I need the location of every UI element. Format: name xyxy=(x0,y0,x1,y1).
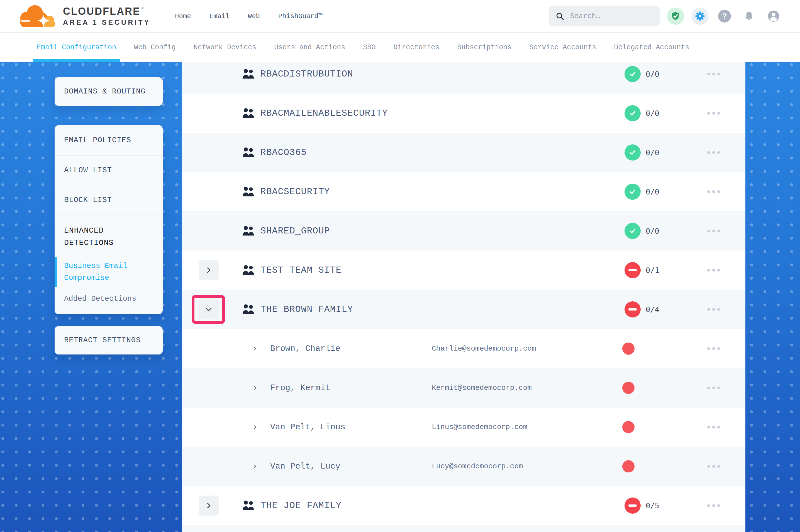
minus-icon xyxy=(629,505,637,507)
tab[interactable]: SSO xyxy=(359,33,379,62)
group-row: RBACO365 0/0 xyxy=(182,133,745,172)
group-row: THE JOE FAMILY 0/5 xyxy=(182,486,745,525)
sidebar-item-block-list[interactable]: BLOCK LIST xyxy=(55,185,163,214)
search-box[interactable] xyxy=(549,6,660,26)
group-name: RBACO365 xyxy=(260,148,307,158)
member-name: Van Pelt, Linus xyxy=(270,422,345,432)
notifications-bell-icon[interactable] xyxy=(740,7,758,25)
row-actions-menu[interactable] xyxy=(705,227,723,235)
tab[interactable]: Delegated Accounts xyxy=(610,33,693,62)
check-icon xyxy=(628,109,637,118)
member-count: 0/0 xyxy=(646,109,659,118)
tab[interactable]: Service Accounts xyxy=(525,33,600,62)
row-actions-menu[interactable] xyxy=(705,188,723,196)
member-count: 0/0 xyxy=(646,70,659,78)
member-row: Van Pelt, Linus Linus@somedemocorp.com xyxy=(182,407,745,446)
group-people-icon xyxy=(241,264,255,276)
search-input[interactable] xyxy=(570,12,645,20)
sidebar-item-business-email-compromise[interactable]: Business Email Compromise xyxy=(55,258,132,287)
row-actions-menu[interactable] xyxy=(705,148,723,157)
member-name: Frog, Kermit xyxy=(270,383,330,393)
status-dot xyxy=(622,382,635,394)
group-name: SHARED_GROUP xyxy=(260,226,330,236)
sidebar-item-added-detections[interactable]: Added Detections xyxy=(64,294,153,303)
row-actions-menu[interactable] xyxy=(705,344,723,353)
member-name: Van Pelt, Lucy xyxy=(270,462,340,471)
nav-link[interactable]: Email xyxy=(210,13,230,20)
status-dot xyxy=(622,343,635,355)
groups-table-panel: RBACDISTRUBUTION 0/0 RBACMAILENABLESECUR… xyxy=(182,62,745,532)
group-people-icon xyxy=(241,225,255,237)
tab[interactable]: Network Devices xyxy=(190,33,260,62)
sidebar-item-retract-settings[interactable]: RETRACT SETTINGS xyxy=(64,336,141,344)
tab[interactable]: Subscriptions xyxy=(453,33,515,62)
group-row: RBACSECURITY 0/0 xyxy=(182,172,745,211)
status-badge xyxy=(624,105,641,121)
status-dot xyxy=(622,460,635,473)
group-name: RBACSECURITY xyxy=(260,187,330,197)
cloudflare-logo: CLOUDFLARE ® AREA 1 SECURITY xyxy=(16,3,150,30)
sidebar-item-domains-routing[interactable]: DOMAINS & ROUTING xyxy=(64,88,145,96)
sidebar-card-retract-settings[interactable]: RETRACT SETTINGS xyxy=(55,326,163,355)
chevron-right-icon[interactable] xyxy=(252,345,258,352)
member-count: 0/0 xyxy=(646,227,659,235)
member-name: Brown, Charlie xyxy=(270,344,340,354)
sidebar-item-allow-list[interactable]: ALLOW LIST xyxy=(55,155,163,185)
group-people-icon xyxy=(241,303,255,316)
sidebar-card-email-policies: EMAIL POLICIES ALLOW LIST BLOCK LIST ENH… xyxy=(55,125,163,314)
header-right-cluster: ? xyxy=(549,6,782,26)
search-icon xyxy=(556,12,564,21)
tab[interactable]: Email Configuration xyxy=(33,33,120,62)
settings-gear-icon[interactable] xyxy=(691,7,709,25)
expand-toggle-button[interactable] xyxy=(199,260,219,280)
click-target-highlight xyxy=(192,295,225,324)
status-badge xyxy=(624,145,641,160)
row-actions-menu[interactable] xyxy=(705,70,723,78)
member-count: 0/1 xyxy=(646,266,659,274)
tab[interactable]: Users and Actions xyxy=(270,33,349,62)
group-name: TEST TEAM SITE xyxy=(260,265,342,276)
help-icon[interactable]: ? xyxy=(716,7,733,25)
enhanced-detections-heading: ENHANCED DETECTIONS xyxy=(64,225,120,249)
chevron-right-icon[interactable] xyxy=(252,384,258,391)
check-icon xyxy=(628,187,637,196)
account-icon[interactable] xyxy=(765,7,782,25)
sidebar-card-domains-routing[interactable]: DOMAINS & ROUTING xyxy=(55,77,163,106)
status-badge xyxy=(624,66,641,82)
chevron-right-icon[interactable] xyxy=(252,463,258,470)
member-count: 0/4 xyxy=(646,305,659,314)
member-email: Lucy@somedemocorp.com xyxy=(432,462,523,471)
group-row: RBACMAILENABLESECURITY 0/0 xyxy=(182,94,745,133)
minus-icon xyxy=(629,269,637,271)
group-people-icon xyxy=(241,107,255,119)
row-actions-menu[interactable] xyxy=(705,423,723,431)
status-dot xyxy=(622,421,635,433)
nav-link[interactable]: PhishGuard™ xyxy=(278,13,322,20)
nav-link[interactable]: Home xyxy=(175,13,191,20)
sidebar-item-email-policies[interactable]: EMAIL POLICIES xyxy=(55,125,163,155)
row-actions-menu[interactable] xyxy=(705,501,723,510)
chevron-right-icon xyxy=(205,266,213,274)
group-people-icon xyxy=(241,186,255,198)
tab[interactable]: Web Config xyxy=(130,33,180,62)
expand-toggle-button[interactable] xyxy=(199,496,219,516)
row-actions-menu[interactable] xyxy=(705,384,723,392)
member-row: Brown, Charlie Charlie@somedemocorp.com xyxy=(182,329,745,368)
row-actions-menu[interactable] xyxy=(705,266,723,274)
tab[interactable]: Directories xyxy=(389,33,443,62)
row-actions-menu[interactable] xyxy=(705,109,723,117)
brand-subtitle: AREA 1 SECURITY xyxy=(63,19,150,26)
row-actions-menu[interactable] xyxy=(705,462,723,471)
minus-icon xyxy=(629,308,637,310)
row-actions-menu[interactable] xyxy=(705,305,723,314)
groups-table: RBACDISTRUBUTION 0/0 RBACMAILENABLESECUR… xyxy=(182,62,745,532)
chevron-right-icon[interactable] xyxy=(252,424,258,431)
shield-check-icon[interactable] xyxy=(667,7,684,25)
check-icon xyxy=(628,148,637,157)
help-glyph: ? xyxy=(718,10,731,22)
group-name: THE BROWN FAMILY xyxy=(260,304,353,315)
member-row: Frog, Kermit Kermit@somedemocorp.com xyxy=(182,368,745,407)
brand-name: CLOUDFLARE xyxy=(63,6,140,17)
nav-link[interactable]: Web xyxy=(248,13,260,20)
member-count: 0/0 xyxy=(646,148,659,157)
